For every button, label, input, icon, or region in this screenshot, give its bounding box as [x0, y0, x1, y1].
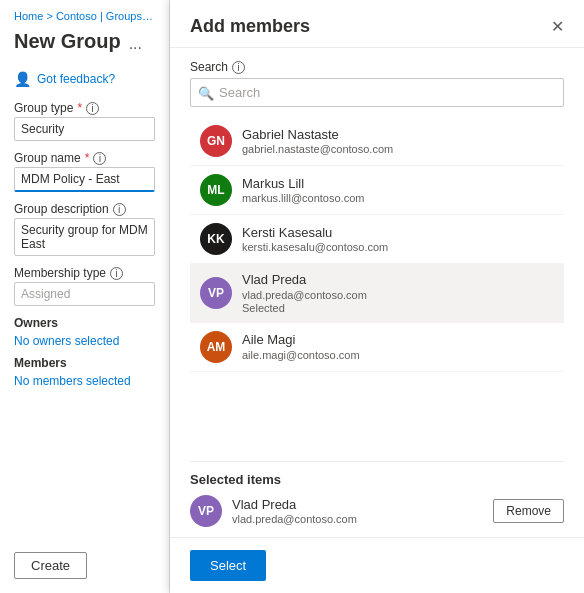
member-list-item[interactable]: VP Vlad Preda vlad.preda@contoso.com Sel… — [190, 264, 564, 323]
left-panel: Home > Contoso | Groups > Gr New Group .… — [0, 0, 170, 593]
selected-item-row: VP Vlad Preda vlad.preda@contoso.com Rem… — [190, 495, 564, 527]
member-name: Aile Magi — [242, 332, 554, 349]
member-email: vlad.preda@contoso.com — [242, 289, 554, 301]
owners-link[interactable]: No owners selected — [14, 334, 155, 348]
member-info: Aile Magi aile.magi@contoso.com — [242, 332, 554, 361]
feedback-label: Got feedback? — [37, 72, 115, 86]
member-list-item[interactable]: ML Markus Lill markus.lill@contoso.com — [190, 166, 564, 215]
remove-button[interactable]: Remove — [493, 499, 564, 523]
search-icon: 🔍 — [198, 85, 214, 100]
modal-header: Add members ✕ — [170, 0, 584, 48]
selected-member-name: Vlad Preda — [232, 497, 483, 514]
member-avatar: AM — [200, 331, 232, 363]
member-name: Kersti Kasesalu — [242, 225, 554, 242]
search-info-icon[interactable]: i — [232, 61, 245, 74]
selected-member-email: vlad.preda@contoso.com — [232, 513, 483, 525]
member-email: aile.magi@contoso.com — [242, 349, 554, 361]
members-link[interactable]: No members selected — [14, 374, 155, 388]
selected-label: Selected — [242, 302, 554, 314]
member-email: markus.lill@contoso.com — [242, 192, 554, 204]
group-name-info-icon[interactable]: i — [93, 152, 106, 165]
member-name: Vlad Preda — [242, 272, 554, 289]
member-avatar: GN — [200, 125, 232, 157]
members-list[interactable]: GN Gabriel Nastaste gabriel.nastaste@con… — [190, 117, 564, 461]
members-section-label: Members — [14, 356, 155, 370]
close-button[interactable]: ✕ — [551, 19, 564, 35]
membership-type-label: Membership type i — [14, 266, 155, 280]
page-title-row: New Group ... — [14, 30, 155, 57]
group-type-info-icon[interactable]: i — [86, 102, 99, 115]
required-indicator: * — [77, 101, 82, 115]
member-avatar: KK — [200, 223, 232, 255]
selected-member-info: Vlad Preda vlad.preda@contoso.com — [232, 497, 483, 526]
members-list-wrapper: GN Gabriel Nastaste gabriel.nastaste@con… — [190, 117, 564, 461]
group-name-label: Group name * i — [14, 151, 155, 165]
group-desc-label: Group description i — [14, 202, 155, 216]
member-list-item[interactable]: KK Kersti Kasesalu kersti.kasesalu@conto… — [190, 215, 564, 264]
group-type-label: Group type * i — [14, 101, 155, 115]
member-info: Kersti Kasesalu kersti.kasesalu@contoso.… — [242, 225, 554, 254]
modal-body: Search i 🔍 GN Gabriel Nastaste gabriel.n… — [170, 48, 584, 537]
modal-title: Add members — [190, 16, 310, 37]
search-input[interactable] — [190, 78, 564, 107]
member-avatar: ML — [200, 174, 232, 206]
create-button[interactable]: Create — [14, 552, 87, 579]
member-list-item[interactable]: GN Gabriel Nastaste gabriel.nastaste@con… — [190, 117, 564, 166]
ellipsis-menu-button[interactable]: ... — [127, 35, 144, 53]
select-button[interactable]: Select — [190, 550, 266, 581]
breadcrumb[interactable]: Home > Contoso | Groups > Gr — [14, 10, 155, 22]
membership-type-field[interactable]: Assigned — [14, 282, 155, 306]
owners-section-label: Owners — [14, 316, 155, 330]
search-label: Search i — [190, 60, 564, 74]
modal-footer: Select — [170, 537, 584, 593]
member-list-item[interactable]: AM Aile Magi aile.magi@contoso.com — [190, 323, 564, 372]
member-email: gabriel.nastaste@contoso.com — [242, 143, 554, 155]
required-indicator: * — [85, 151, 90, 165]
membership-type-info-icon[interactable]: i — [110, 267, 123, 280]
member-name: Gabriel Nastaste — [242, 127, 554, 144]
member-info: Markus Lill markus.lill@contoso.com — [242, 176, 554, 205]
member-email: kersti.kasesalu@contoso.com — [242, 241, 554, 253]
page-title: New Group — [14, 30, 121, 53]
add-members-modal: Add members ✕ Search i 🔍 GN Gabriel Nast… — [170, 0, 584, 593]
selected-avatar: VP — [190, 495, 222, 527]
member-avatar: VP — [200, 277, 232, 309]
group-desc-info-icon[interactable]: i — [113, 203, 126, 216]
member-name: Markus Lill — [242, 176, 554, 193]
member-info: Gabriel Nastaste gabriel.nastaste@contos… — [242, 127, 554, 156]
selected-items-title: Selected items — [190, 472, 564, 487]
member-info: Vlad Preda vlad.preda@contoso.com Select… — [242, 272, 554, 314]
group-name-field[interactable]: MDM Policy - East — [14, 167, 155, 192]
group-desc-field[interactable]: Security group for MDM East — [14, 218, 155, 256]
feedback-icon: 👤 — [14, 71, 31, 87]
feedback-row[interactable]: 👤 Got feedback? — [14, 71, 155, 87]
group-type-field[interactable]: Security — [14, 117, 155, 141]
selected-items-section: Selected items VP Vlad Preda vlad.preda@… — [190, 461, 564, 537]
search-input-wrapper: 🔍 — [190, 78, 564, 107]
